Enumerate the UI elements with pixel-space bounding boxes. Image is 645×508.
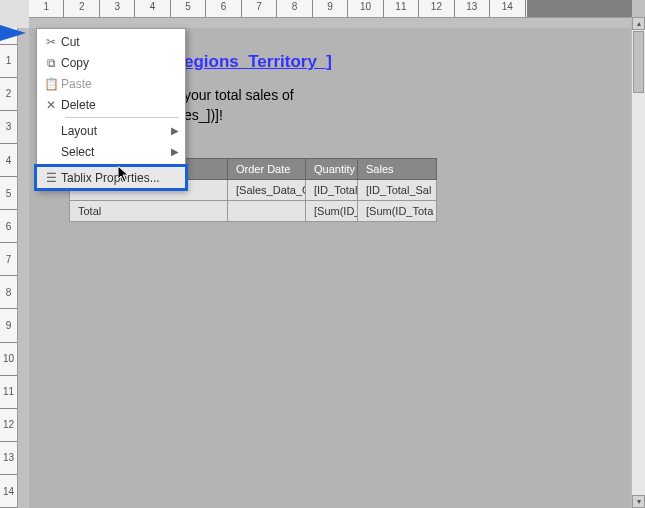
menu-select[interactable]: Select ▶ xyxy=(37,141,185,162)
cell-total-sales[interactable]: [Sum(ID_Tota xyxy=(358,201,437,222)
paste-icon: 📋 xyxy=(41,77,61,91)
scrollbar-vertical[interactable]: ▴ ▾ xyxy=(631,17,645,508)
cell-total-label[interactable]: Total xyxy=(70,201,228,222)
ruler-v-tick: 11 xyxy=(0,376,17,409)
annotation-arrow xyxy=(0,25,26,41)
menu-label: Paste xyxy=(61,77,179,91)
menu-copy[interactable]: ⧉ Copy xyxy=(37,52,185,73)
cell-total-quantity[interactable]: [Sum(ID_T xyxy=(306,201,358,222)
submenu-arrow-icon: ▶ xyxy=(171,125,179,136)
ruler-v-tick: 5 xyxy=(0,177,17,210)
ruler-h-tick: 8 xyxy=(277,0,312,17)
body-text-line1[interactable]: your total sales of xyxy=(184,86,294,104)
ruler-h-tick: 6 xyxy=(206,0,241,17)
scrollbar-thumb[interactable] xyxy=(633,31,644,93)
ruler-v-tick: 14 xyxy=(0,475,17,508)
cut-icon: ✂ xyxy=(41,35,61,49)
menu-layout[interactable]: Layout ▶ xyxy=(37,120,185,141)
ruler-vertical: 1 2 3 4 5 6 7 8 9 10 11 12 13 14 xyxy=(0,28,18,508)
body-text-line2[interactable]: es_])]! xyxy=(184,106,223,124)
table-row-total[interactable]: Total [Sum(ID_T [Sum(ID_Tota xyxy=(70,201,437,222)
ruler-horizontal: 1 2 3 4 5 6 7 8 9 10 11 12 13 14 15 16 1… xyxy=(29,0,632,18)
menu-paste: 📋 Paste xyxy=(37,73,185,94)
ruler-v-tick: 8 xyxy=(0,276,17,309)
ruler-v-tick: 4 xyxy=(0,144,17,177)
copy-icon: ⧉ xyxy=(41,56,61,70)
ruler-v-tick: 2 xyxy=(0,78,17,111)
menu-separator xyxy=(65,164,179,165)
ruler-h-tick: 11 xyxy=(384,0,419,17)
menu-label: Layout xyxy=(61,124,171,138)
menu-label: Copy xyxy=(61,56,179,70)
cell-total-order-date[interactable] xyxy=(228,201,306,222)
properties-icon: ☰ xyxy=(41,171,61,185)
ruler-h-tick: 3 xyxy=(100,0,135,17)
cell-quantity[interactable]: [ID_Total_ xyxy=(306,180,358,201)
ruler-v-tick: 13 xyxy=(0,442,17,475)
ruler-v-tick: 12 xyxy=(0,409,17,442)
th-sales[interactable]: Sales xyxy=(358,159,437,180)
scroll-down-button[interactable]: ▾ xyxy=(632,495,645,508)
ruler-v-tick: 10 xyxy=(0,343,17,376)
menu-label: Tablix Properties... xyxy=(61,171,179,185)
menu-delete[interactable]: ✕ Delete xyxy=(37,94,185,115)
ruler-h-tick: 14 xyxy=(490,0,525,17)
ruler-v-tick: 6 xyxy=(0,210,17,243)
menu-label: Select xyxy=(61,145,171,159)
ruler-h-tick: 4 xyxy=(135,0,170,17)
menu-tablix-properties[interactable]: ☰ Tablix Properties... xyxy=(37,167,185,188)
ruler-h-tick: 9 xyxy=(313,0,348,17)
delete-icon: ✕ xyxy=(41,98,61,112)
scroll-up-button[interactable]: ▴ xyxy=(632,17,645,30)
cell-sales[interactable]: [ID_Total_Sal xyxy=(358,180,437,201)
cell-order-date[interactable]: [Sales_Data_Or xyxy=(228,180,306,201)
th-quantity[interactable]: Quantity xyxy=(306,159,358,180)
report-designer-frame: 1 2 3 4 5 6 7 8 9 10 11 12 13 14 15 16 1… xyxy=(0,0,645,508)
ruler-h-tick: 7 xyxy=(242,0,277,17)
context-menu: ✂ Cut ⧉ Copy 📋 Paste ✕ Delete Layout ▶ S… xyxy=(36,28,186,191)
menu-separator xyxy=(65,117,179,118)
ruler-margin-indicator xyxy=(527,0,632,17)
ruler-corner xyxy=(0,0,29,28)
ruler-h-tick: 10 xyxy=(348,0,383,17)
submenu-arrow-icon: ▶ xyxy=(171,146,179,157)
ruler-v-tick: 1 xyxy=(0,45,17,78)
menu-label: Cut xyxy=(61,35,179,49)
ruler-h-tick: 5 xyxy=(171,0,206,17)
ruler-h-tick: 2 xyxy=(64,0,99,17)
th-order-date[interactable]: Order Date xyxy=(228,159,306,180)
menu-label: Delete xyxy=(61,98,179,112)
menu-cut[interactable]: ✂ Cut xyxy=(37,31,185,52)
ruler-v-tick: 9 xyxy=(0,309,17,342)
region-heading[interactable]: egions_Territory_] xyxy=(184,52,332,72)
ruler-h-tick: 1 xyxy=(29,0,64,17)
ruler-h-tick: 12 xyxy=(419,0,454,17)
ruler-h-tick: 13 xyxy=(455,0,490,17)
ruler-v-tick: 7 xyxy=(0,243,17,276)
ruler-v-tick: 3 xyxy=(0,111,17,144)
